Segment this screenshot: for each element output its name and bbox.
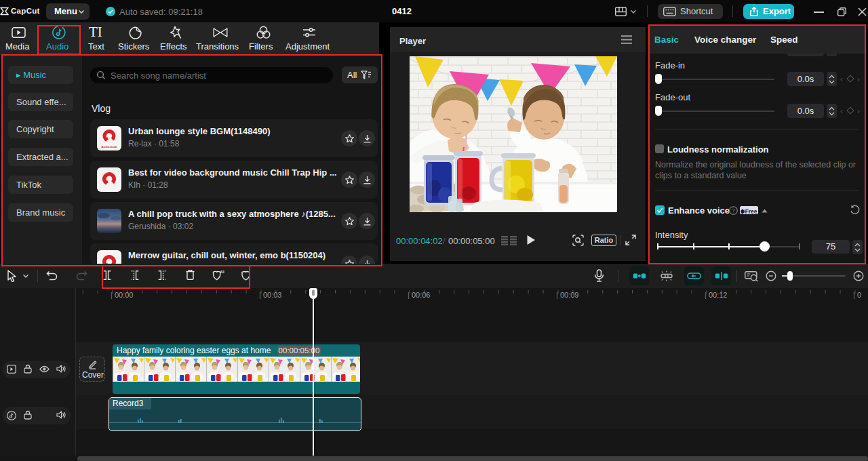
svg-text:Audiostock: Audiostock (102, 145, 117, 148)
svg-text:?: ? (732, 207, 735, 214)
svg-text:Free: Free (745, 208, 757, 215)
svg-text:AI: AI (220, 270, 224, 274)
